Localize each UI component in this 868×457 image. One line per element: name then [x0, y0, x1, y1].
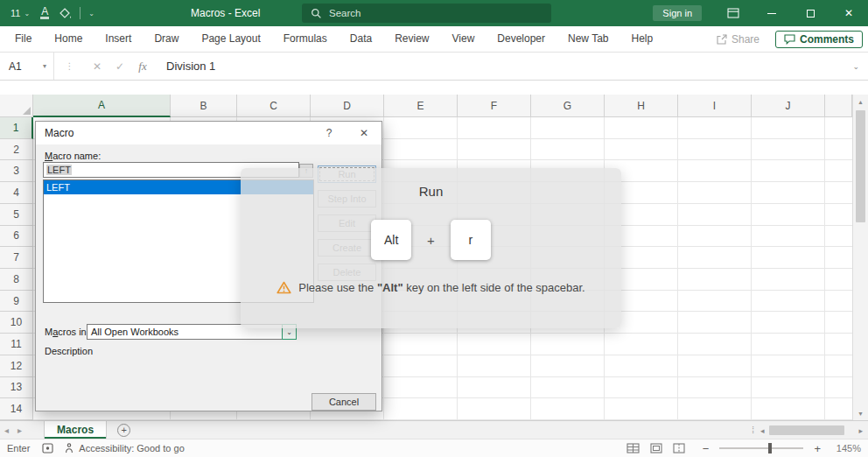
cell-J13[interactable] — [752, 377, 825, 399]
cell-G2[interactable] — [531, 139, 605, 161]
cell-I8[interactable] — [678, 269, 752, 291]
fill-color-button[interactable] — [54, 0, 77, 26]
row-header-7[interactable]: 7 — [0, 247, 33, 269]
cell-J7[interactable] — [752, 247, 825, 269]
cell-F2[interactable] — [458, 139, 531, 161]
tab-view[interactable]: View — [441, 26, 486, 53]
sign-in-button[interactable]: Sign in — [653, 5, 702, 21]
minimize-button[interactable] — [752, 0, 791, 26]
cell-E13[interactable] — [384, 377, 458, 399]
cell-H14[interactable] — [605, 398, 678, 420]
cell-partial-8[interactable] — [825, 269, 852, 291]
ribbon-display-options-button[interactable] — [714, 0, 752, 26]
cell-I5[interactable] — [678, 204, 752, 226]
cell-partial-6[interactable] — [825, 226, 852, 248]
cell-J4[interactable] — [752, 182, 825, 204]
hscroll-left-arrow-icon[interactable]: ◂ — [757, 426, 768, 435]
column-header-G[interactable]: G — [531, 95, 605, 117]
dialog-close-button[interactable]: ✕ — [346, 122, 382, 144]
cell-I12[interactable] — [678, 355, 752, 377]
cell-E14[interactable] — [384, 398, 458, 420]
cell-J1[interactable] — [752, 117, 825, 139]
cell-I11[interactable] — [678, 334, 752, 355]
cell-F13[interactable] — [458, 377, 531, 399]
cell-I1[interactable] — [678, 117, 752, 139]
sheet-tab-macros[interactable]: Macros — [44, 421, 107, 439]
cell-E11[interactable] — [384, 334, 458, 355]
tab-home[interactable]: Home — [43, 26, 94, 53]
formula-bar-expand-icon[interactable]: ⌄ — [852, 62, 859, 71]
add-sheet-button[interactable]: + — [117, 424, 130, 437]
column-header-I[interactable]: I — [678, 95, 752, 117]
tab-insert[interactable]: Insert — [94, 26, 143, 53]
cell-J5[interactable] — [752, 204, 825, 226]
cancel-entry-icon[interactable]: ✕ — [86, 60, 108, 73]
cell-I13[interactable] — [678, 377, 752, 399]
cell-I4[interactable] — [678, 182, 752, 204]
cancel-button[interactable]: Cancel — [312, 393, 376, 411]
column-header-A[interactable]: A — [33, 95, 171, 117]
cell-G11[interactable] — [531, 334, 605, 355]
tab-review[interactable]: Review — [383, 26, 440, 53]
cell-J10[interactable] — [752, 312, 825, 334]
cell-H2[interactable] — [605, 139, 678, 161]
hscroll-splitter-icon[interactable]: ⁞ — [749, 425, 757, 435]
cell-E1[interactable] — [384, 117, 458, 139]
cell-partial-12[interactable] — [825, 355, 852, 377]
cell-J6[interactable] — [752, 226, 825, 248]
row-header-5[interactable]: 5 — [0, 204, 33, 226]
row-header-2[interactable]: 2 — [0, 139, 33, 161]
row-header-9[interactable]: 9 — [0, 291, 33, 313]
column-header-B[interactable]: B — [171, 95, 237, 117]
confirm-entry-icon[interactable]: ✓ — [108, 60, 131, 73]
cell-G12[interactable] — [531, 355, 605, 377]
normal-view-icon[interactable] — [626, 443, 640, 453]
customize-qat-button[interactable]: ⌄ — [83, 0, 100, 26]
cell-I6[interactable] — [678, 226, 752, 248]
comments-button[interactable]: Comments — [775, 31, 863, 48]
page-layout-view-icon[interactable] — [650, 443, 662, 453]
cell-F1[interactable] — [458, 117, 531, 139]
row-header-6[interactable]: 6 — [0, 226, 33, 248]
cell-I7[interactable] — [678, 247, 752, 269]
cell-H11[interactable] — [605, 334, 678, 355]
tab-draw[interactable]: Draw — [143, 26, 190, 53]
tab-developer[interactable]: Developer — [486, 26, 556, 53]
select-all-corner[interactable] — [0, 95, 33, 117]
row-header-10[interactable]: 10 — [0, 312, 33, 334]
sheet-nav-right-icon[interactable]: ▸ — [13, 425, 26, 435]
cell-partial-14[interactable] — [825, 398, 852, 420]
cell-partial-11[interactable] — [825, 334, 852, 355]
tab-formulas[interactable]: Formulas — [272, 26, 339, 53]
row-header-4[interactable]: 4 — [0, 182, 33, 204]
tab-data[interactable]: Data — [339, 26, 383, 53]
macro-dialog-title-bar[interactable]: Macro ? ✕ — [36, 122, 382, 144]
row-header-13[interactable]: 13 — [0, 377, 33, 399]
cell-partial-3[interactable] — [825, 160, 852, 182]
cell-partial-10[interactable] — [825, 312, 852, 334]
cell-partial-9[interactable] — [825, 291, 852, 313]
cell-I2[interactable] — [678, 139, 752, 161]
name-box[interactable]: A1 ▾ — [0, 53, 54, 80]
hscroll-right-arrow-icon[interactable]: ▸ — [855, 426, 866, 435]
tab-help[interactable]: Help — [620, 26, 665, 53]
macro-record-button[interactable] — [42, 443, 53, 453]
cell-G14[interactable] — [531, 398, 605, 420]
search-box[interactable]: Search — [302, 4, 551, 23]
vertical-scrollbar[interactable]: ▲ ▼ — [852, 95, 868, 420]
cell-I10[interactable] — [678, 312, 752, 334]
maximize-button[interactable] — [791, 0, 830, 26]
insert-function-icon[interactable]: fx — [131, 60, 154, 74]
cell-J3[interactable] — [752, 160, 825, 182]
font-color-button[interactable]: A — [35, 0, 54, 26]
scroll-up-arrow-icon[interactable]: ▲ — [853, 95, 868, 109]
vertical-scrollbar-thumb[interactable] — [856, 110, 865, 222]
cell-partial-7[interactable] — [825, 247, 852, 269]
column-header-F[interactable]: F — [458, 95, 531, 117]
row-header-3[interactable]: 3 — [0, 160, 33, 182]
cell-partial-4[interactable] — [825, 182, 852, 204]
cell-I9[interactable] — [678, 291, 752, 313]
cell-E2[interactable] — [384, 139, 458, 161]
cell-I14[interactable] — [678, 398, 752, 420]
formula-bar-drag-handle[interactable]: ⋮ — [54, 61, 86, 71]
